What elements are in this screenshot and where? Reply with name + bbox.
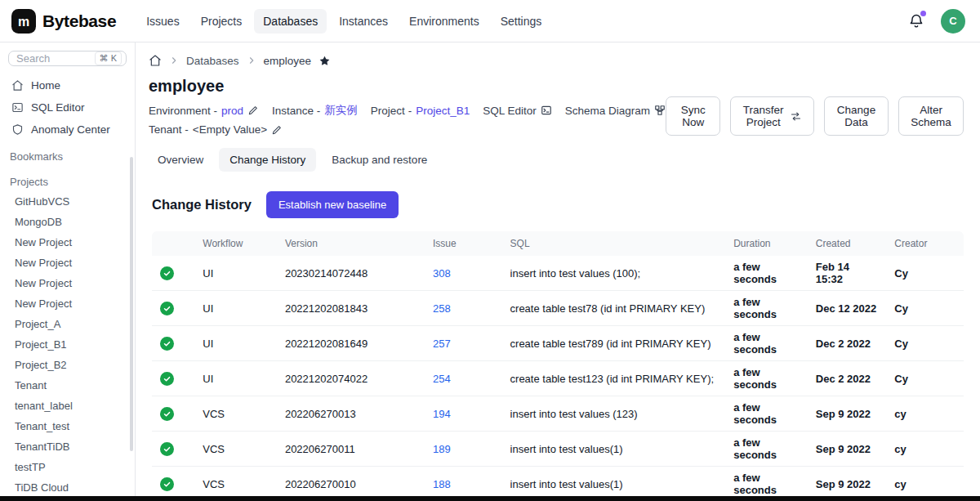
project-item[interactable]: Tenant_test [0,416,135,436]
change-history-title: Change History [152,197,252,212]
project-item[interactable]: MongoDB [0,212,135,232]
sync-now-button[interactable]: Sync Now [666,96,720,136]
issue-link[interactable]: 194 [433,408,451,420]
issue-link[interactable]: 257 [433,338,451,350]
history-row[interactable]: VCS202206270011189insert into test value… [152,432,964,467]
change-data-button[interactable]: Change Data [824,96,889,136]
sql-cell: insert into test values (123) [502,396,726,432]
issue-cell: 258 [425,291,502,326]
sidebar-scrollbar[interactable] [130,157,133,451]
issue-link[interactable]: 188 [433,478,451,490]
issue-link[interactable]: 258 [433,302,451,315]
button-label: Alter Schema [911,104,951,128]
project-item[interactable]: Project_B2 [0,355,135,375]
created-cell: Sep 9 2022 [808,396,887,432]
project-item[interactable]: New Project [0,293,135,314]
sidebar-item-sql-editor[interactable]: SQL Editor [0,96,135,119]
creator-cell: Cy [886,291,964,326]
notifications-bell-icon[interactable] [908,13,924,29]
project-item[interactable]: tenant_label [0,396,135,416]
search-input[interactable] [16,52,91,65]
page-title: employee [149,77,666,96]
history-row[interactable]: UI20221202081649257create table test789 … [152,326,964,361]
nav-item-projects[interactable]: Projects [192,9,252,34]
creator-cell: cy [886,396,964,432]
issue-link[interactable]: 189 [433,443,451,455]
brand-name: Bytebase [42,11,116,31]
status-cell [152,326,194,361]
issue-cell: 257 [425,326,502,361]
schema-diagram-shortcut[interactable]: Schema Diagram [565,105,666,117]
button-label: Sync Now [678,104,708,128]
creator-cell: Cy [886,256,964,291]
search-box[interactable]: ⌘ K [8,51,127,66]
issue-cell: 188 [425,467,502,497]
tab-change-history[interactable]: Change History [219,148,316,172]
nav-item-databases[interactable]: Databases [254,9,327,34]
bookmark-star-icon[interactable] [318,55,331,67]
column-workflow: Workflow [194,231,277,256]
tab-overview[interactable]: Overview [147,148,214,172]
instance-link[interactable]: 新实例 [324,103,358,118]
issue-link[interactable]: 254 [433,373,451,385]
project-item[interactable]: GitHubVCS [0,191,135,212]
transfer-project-button[interactable]: Transfer Project [730,96,813,136]
edit-environment-pencil-icon[interactable] [247,105,259,116]
project-item[interactable]: TenantTiDB [0,436,135,457]
sql-cell: insert into test values (100); [502,256,726,291]
history-row[interactable]: VCS202206270013194insert into test value… [152,396,964,432]
sidebar-item-anomaly-center[interactable]: Anomaly Center [0,119,135,141]
environment-link[interactable]: prod [221,105,243,117]
user-avatar[interactable]: C [941,9,965,34]
transfer-icon [790,110,802,123]
sidebar-nav: HomeSQL EditorAnomaly Center [0,74,135,141]
project-item[interactable]: Tenant [0,375,135,396]
success-check-icon [160,477,174,491]
alter-schema-button[interactable]: Alter Schema [898,96,964,136]
column-created: Created [808,231,887,256]
nav-item-settings[interactable]: Settings [492,9,551,34]
nav-item-issues[interactable]: Issues [137,9,188,34]
created-cell: Feb 14 15:32 [808,256,887,291]
nav-item-environments[interactable]: Environments [400,9,488,34]
sql-editor-shortcut[interactable]: SQL Editor [483,105,552,117]
success-check-icon [160,442,174,456]
change-history-head: Change History Establish new baseline [152,191,964,218]
nav-item-instances[interactable]: Instances [330,9,397,34]
project-link[interactable]: Project_B1 [416,105,470,117]
sidebar-item-label: Anomaly Center [31,123,110,136]
project-item[interactable]: New Project [0,253,135,273]
workflow-cell: UI [194,326,277,361]
created-cell: Sep 9 2022 [808,467,887,497]
project-item[interactable]: TiDB Cloud [0,477,135,496]
meta-row-1: Environment - prod Instance - 新实例 Projec… [149,103,666,118]
environment-meta: Environment - prod [149,105,259,117]
history-row[interactable]: UI20230214072448308insert into test valu… [152,256,964,291]
issue-link[interactable]: 308 [433,267,451,280]
history-row[interactable]: UI20221202081843258create table test78 (… [152,291,964,326]
tab-backup-and-restore[interactable]: Backup and restore [321,148,438,172]
breadcrumb-home-icon[interactable] [149,54,162,67]
svg-text:m: m [18,15,29,29]
column-sql: SQL [502,231,726,256]
history-row[interactable]: VCS202206270010188insert into test value… [152,467,964,497]
establish-baseline-button[interactable]: Establish new baseline [266,191,399,218]
project-item[interactable]: New Project [0,273,135,293]
project-item[interactable]: testTP [0,457,135,477]
history-table-header: WorkflowVersionIssueSQLDurationCreatedCr… [152,231,964,256]
sql-editor-icon [541,105,552,116]
bytebase-logo[interactable]: m Bytebase [11,9,116,34]
history-table: WorkflowVersionIssueSQLDurationCreatedCr… [152,231,964,496]
project-item[interactable]: New Project [0,232,135,253]
history-row[interactable]: UI20221202074022254create table test123 … [152,361,964,396]
edit-tenant-pencil-icon[interactable] [271,124,283,136]
breadcrumb-databases[interactable]: Databases [186,55,239,67]
status-cell [152,396,194,432]
issue-cell: 254 [425,361,502,396]
project-item[interactable]: Project_A [0,314,135,334]
project-item[interactable]: Project_B1 [0,334,135,355]
sidebar-item-home[interactable]: Home [0,74,135,96]
status-cell [152,432,194,467]
project-list: GitHubVCSMongoDBNew ProjectNew ProjectNe… [0,191,135,496]
success-check-icon [160,266,174,280]
